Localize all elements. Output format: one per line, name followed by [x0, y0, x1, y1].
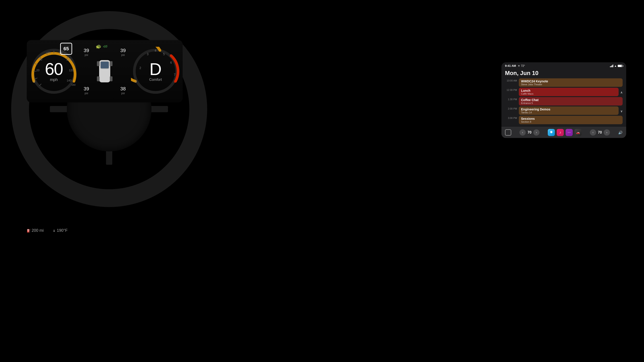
signal-bars	[610, 64, 613, 67]
bottom-status-bar: ⛽ 200 mi 🌡 190°F	[27, 228, 68, 233]
front-right-pressure: 39	[120, 48, 126, 53]
rear-left-unit: psi	[84, 92, 89, 95]
wifi-icon: ▲	[614, 64, 617, 67]
svg-rect-21	[97, 61, 100, 66]
rear-left-pressure: 39	[84, 86, 89, 92]
dashboard: 0 20 40 60 80 100 120 140 160 60 mph 39 …	[0, 0, 312, 362]
temp-display: 🌡 190°F	[52, 228, 68, 233]
car-body-icon	[96, 58, 114, 85]
status-weather: ☀ 72°	[518, 64, 525, 67]
svg-text:20: 20	[36, 68, 40, 72]
maps-app-icon[interactable]	[548, 129, 555, 136]
svg-rect-22	[110, 61, 112, 66]
calendar-date: Mon, Jun 10	[505, 70, 622, 77]
eco-icon: 🐢	[96, 44, 101, 49]
event-card-eng[interactable]: Engineering Demos Tantau 14	[519, 106, 618, 115]
left-nav-prev-btn[interactable]: ‹	[520, 129, 526, 136]
svg-text:2: 2	[140, 66, 141, 70]
rear-tire-row: 39 psi 38 psi	[84, 86, 126, 95]
event-row-coffee[interactable]: 1:30 PM Coffee Chat Entrance 5	[505, 97, 622, 105]
status-right-icons: ▲	[610, 64, 622, 67]
svg-text:6: 6	[170, 61, 172, 64]
left-nav-next-btn[interactable]: ›	[533, 129, 540, 136]
svg-text:0: 0	[34, 80, 35, 83]
event-card-wwdc[interactable]: WWDC24 Keynote Steve Jobs Theater	[519, 78, 622, 87]
event-card-coffee[interactable]: Coffee Chat Entrance 5	[519, 97, 622, 105]
music-app-icon[interactable]: ♪	[557, 129, 564, 136]
carplay-dock: ‹ 70 › ♪ ⋯ 🚗 ‹ 70	[502, 127, 626, 138]
rear-right-tire: 38 psi	[120, 86, 126, 95]
front-left-unit: psi	[84, 53, 89, 56]
svg-text:100: 100	[66, 58, 71, 61]
status-icons: 🐢 🏎	[96, 44, 108, 49]
dock-left-nav: ‹ 70 ›	[520, 129, 540, 136]
svg-text:160: 160	[72, 83, 76, 86]
rear-right-unit: psi	[120, 92, 126, 95]
front-left-pressure: 39	[84, 48, 89, 53]
event-row-lunch[interactable]: 12:30 PM Lunch Caffè Macs ∧	[505, 88, 622, 96]
event-title-eng: Engineering Demos	[521, 107, 616, 111]
event-row-sessions[interactable]: 3:00 PM Sessions Section 8	[505, 116, 622, 124]
event-title-coffee: Coffee Chat	[521, 98, 620, 102]
svg-text:4: 4	[154, 49, 156, 52]
performance-icon: 🏎	[103, 44, 108, 49]
volume-control[interactable]: 🔊	[618, 130, 622, 135]
speed-limit-sign: 65	[60, 43, 72, 55]
carplay-panel: 9:41 AM ☀ 72° ▲ Mon, Jun 10 10:00 AM WWD…	[502, 62, 626, 138]
battery-icon	[618, 65, 622, 67]
right-nav-next-btn[interactable]: ›	[604, 129, 610, 136]
svg-rect-24	[110, 76, 112, 81]
front-right-unit: psi	[120, 53, 126, 56]
event-time-lunch: 12:30 PM	[505, 88, 517, 96]
status-time: 9:41 AM	[505, 64, 516, 67]
svg-text:40: 40	[39, 58, 42, 61]
event-row-wwdc[interactable]: 10:00 AM WWDC24 Keynote Steve Jobs Theat…	[505, 78, 622, 87]
event-title-wwdc: WWDC24 Keynote	[521, 79, 620, 83]
event-card-sessions[interactable]: Sessions Section 8	[519, 116, 622, 124]
event-location-wwdc: Steve Jobs Theater	[521, 83, 620, 86]
svg-rect-23	[97, 76, 100, 81]
svg-text:120: 120	[69, 68, 74, 72]
svg-text:0: 0	[135, 80, 137, 83]
car-diagram: 39 psi 39 psi	[84, 48, 126, 95]
event-location-eng: Tantau 14	[521, 111, 616, 114]
gear-display: D Comfort	[149, 61, 162, 82]
car-app-icon[interactable]: 🚗	[574, 129, 582, 136]
gear-mode: Comfort	[149, 78, 162, 82]
right-nav-prev-btn[interactable]: ‹	[590, 129, 596, 136]
speed-limit-value: 65	[64, 46, 69, 52]
event-location-lunch: Caffè Macs	[521, 92, 616, 95]
front-tire-row: 39 psi 39 psi	[84, 48, 126, 56]
front-left-tire: 39 psi	[84, 48, 89, 56]
event-time-sessions: 3:00 PM	[505, 116, 517, 124]
speed-value: 60	[45, 60, 63, 77]
right-nav-num: 70	[598, 130, 602, 134]
front-right-tire: 39 psi	[120, 48, 126, 56]
svg-text:140: 140	[66, 79, 72, 82]
siri-app-icon[interactable]: ⋯	[566, 129, 573, 136]
home-button[interactable]	[505, 129, 511, 136]
svg-line-1	[40, 84, 41, 86]
event-location-sessions: Section 8	[521, 120, 620, 123]
rear-right-pressure: 38	[120, 86, 126, 92]
left-nav-num: 70	[528, 130, 532, 134]
range-display: ⛽ 200 mi	[27, 228, 44, 233]
svg-text:8: 8	[174, 80, 176, 83]
expand-icon-eng[interactable]: ∨	[620, 106, 622, 115]
rear-left-tire: 39 psi	[84, 86, 89, 95]
dock-right-nav: ‹ 70 ›	[590, 129, 610, 136]
event-card-lunch[interactable]: Lunch Caffè Macs	[519, 88, 618, 96]
svg-text:7: 7	[174, 73, 176, 76]
event-title-sessions: Sessions	[521, 117, 620, 120]
instrument-cluster: 0 20 40 60 80 100 120 140 160 60 mph 39 …	[27, 40, 183, 102]
svg-text:3: 3	[147, 52, 148, 56]
gear-value: D	[149, 61, 162, 78]
event-location-coffee: Entrance 5	[521, 102, 620, 104]
collapse-icon[interactable]: ∧	[620, 88, 622, 96]
dock-apps: ♪ ⋯ 🚗	[548, 129, 582, 136]
event-row-eng[interactable]: 2:00 PM Engineering Demos Tantau 14 ∨	[505, 106, 622, 115]
status-bar: 9:41 AM ☀ 72° ▲	[502, 62, 626, 68]
svg-text:60: 60	[48, 51, 50, 54]
event-title-lunch: Lunch	[521, 89, 616, 92]
speed-display: 60 mph	[45, 60, 63, 82]
